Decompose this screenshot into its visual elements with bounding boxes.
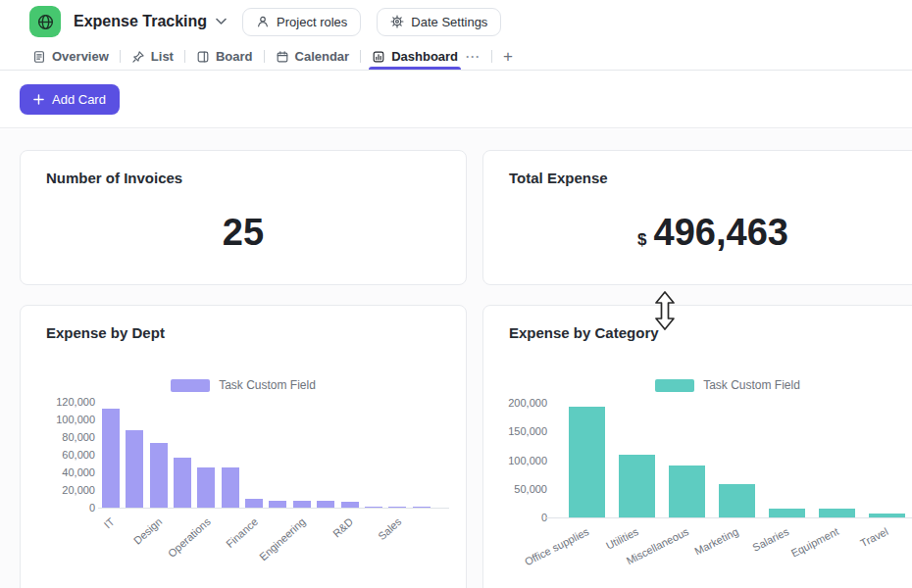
tab-overview[interactable]: Overview bbox=[32, 43, 109, 70]
x-axis-label: Salaries bbox=[750, 525, 790, 554]
x-axis-line bbox=[546, 517, 912, 518]
app-window: Expense Tracking Project roles bbox=[0, 0, 912, 588]
dashboard-icon bbox=[372, 50, 385, 64]
x-axis-label: Finance bbox=[224, 515, 260, 550]
chart-bar[interactable] bbox=[769, 509, 805, 517]
chart-legend: Task Custom Field bbox=[21, 378, 466, 392]
chart-bar[interactable] bbox=[819, 509, 855, 517]
tab-board[interactable]: Board bbox=[196, 43, 253, 70]
legend-label: Task Custom Field bbox=[219, 378, 316, 392]
x-axis-label: R&D bbox=[330, 515, 355, 539]
page-title: Expense Tracking bbox=[74, 13, 207, 30]
y-axis-tick: 150,000 bbox=[486, 425, 547, 437]
chart-bar[interactable] bbox=[341, 502, 359, 508]
board-icon bbox=[196, 50, 210, 64]
y-axis-tick: 20,000 bbox=[34, 484, 95, 496]
card-total-expense: Total Expense $ 496,463 bbox=[482, 150, 912, 285]
add-card-label: Add Card bbox=[52, 92, 106, 107]
chart-bar[interactable] bbox=[150, 443, 168, 508]
chart-bar[interactable] bbox=[293, 501, 311, 508]
person-icon bbox=[256, 15, 270, 28]
total-expense-value: 496,463 bbox=[654, 212, 788, 254]
tab-separator bbox=[120, 50, 121, 63]
globe-icon bbox=[36, 13, 55, 31]
tab-calendar-label: Calendar bbox=[295, 49, 350, 64]
x-axis-label: Engineering bbox=[257, 515, 308, 563]
chart-bar[interactable] bbox=[388, 507, 406, 508]
x-axis-label: Operations bbox=[165, 515, 212, 560]
x-axis-label: IT bbox=[102, 515, 117, 530]
expense-by-dept-chart: Task Custom Field 020,00040,00060,00080,… bbox=[21, 306, 466, 588]
card-expense-by-category: Expense by Category Task Custom Field 05… bbox=[482, 305, 912, 588]
pin-icon bbox=[131, 50, 145, 64]
y-axis-tick: 200,000 bbox=[486, 397, 547, 409]
tab-overview-label: Overview bbox=[52, 49, 109, 64]
chart-bar[interactable] bbox=[317, 501, 334, 508]
chart-bar[interactable] bbox=[102, 409, 120, 508]
chart-bar[interactable] bbox=[669, 466, 705, 517]
chart-legend: Task Custom Field bbox=[498, 378, 912, 392]
add-card-button[interactable]: Add Card bbox=[20, 84, 120, 115]
legend-swatch bbox=[655, 379, 694, 392]
chart-bar[interactable] bbox=[413, 507, 431, 508]
legend-item[interactable]: Task Custom Field bbox=[655, 378, 800, 392]
legend-swatch bbox=[171, 379, 210, 392]
card-expense-by-dept: Expense by Dept Task Custom Field 020,00… bbox=[20, 305, 467, 588]
legend-item[interactable]: Task Custom Field bbox=[171, 378, 316, 392]
card-number-of-invoices: Number of Invoices 25 bbox=[20, 150, 467, 285]
chart-bar[interactable] bbox=[197, 467, 215, 508]
y-axis-tick: 80,000 bbox=[34, 431, 95, 443]
tab-separator bbox=[184, 50, 185, 63]
project-roles-button[interactable]: Project roles bbox=[242, 8, 361, 36]
chart-bar[interactable] bbox=[222, 467, 239, 508]
expense-by-category-chart: Task Custom Field 050,000100,000150,0002… bbox=[483, 306, 912, 588]
tab-calendar[interactable]: Calendar bbox=[276, 43, 350, 70]
header: Expense Tracking Project roles bbox=[0, 0, 912, 43]
chart-bar[interactable] bbox=[245, 499, 263, 508]
tab-separator bbox=[360, 50, 361, 63]
y-axis-tick: 100,000 bbox=[34, 414, 95, 425]
card-title: Number of Invoices bbox=[46, 170, 182, 186]
chart-bar[interactable] bbox=[269, 501, 286, 508]
chart-bar[interactable] bbox=[869, 514, 905, 517]
date-settings-button[interactable]: Date Settings bbox=[377, 8, 501, 36]
tab-overflow-button[interactable]: ··· bbox=[466, 50, 481, 64]
card-title: Total Expense bbox=[509, 170, 608, 186]
tab-dashboard[interactable]: Dashboard bbox=[372, 43, 458, 70]
chart-bar[interactable] bbox=[619, 455, 655, 517]
dashboard-content: Number of Invoices 25 Total Expense $ 49… bbox=[0, 129, 912, 588]
y-axis-tick: 0 bbox=[486, 512, 547, 523]
currency-symbol: $ bbox=[637, 230, 646, 250]
x-axis-label: Utilities bbox=[604, 525, 640, 552]
chart-bar[interactable] bbox=[174, 458, 191, 508]
stat-value-wrap: $ 496,463 bbox=[483, 188, 912, 276]
dashboard-toolbar: Add Card bbox=[0, 71, 912, 128]
y-axis-tick: 50,000 bbox=[486, 483, 547, 495]
gear-icon bbox=[390, 15, 404, 28]
calendar-icon bbox=[276, 50, 289, 64]
date-settings-label: Date Settings bbox=[411, 15, 487, 29]
legend-label: Task Custom Field bbox=[703, 378, 800, 392]
chart-bar[interactable] bbox=[126, 430, 143, 508]
add-view-button[interactable]: + bbox=[503, 48, 513, 65]
y-axis-tick: 60,000 bbox=[34, 449, 95, 461]
x-axis-label: Sales bbox=[376, 515, 403, 542]
tab-dashboard-label: Dashboard bbox=[391, 49, 458, 64]
workspace-avatar[interactable] bbox=[29, 6, 61, 37]
x-axis-label: Equipment bbox=[789, 525, 840, 560]
stat-value-wrap: 25 bbox=[21, 188, 466, 276]
chart-bar[interactable] bbox=[569, 407, 605, 517]
y-axis-tick: 100,000 bbox=[486, 455, 547, 466]
chevron-down-icon[interactable] bbox=[216, 18, 227, 25]
y-axis-tick: 0 bbox=[34, 502, 95, 514]
tab-separator bbox=[491, 50, 492, 63]
project-roles-label: Project roles bbox=[277, 15, 347, 29]
view-tabs: Overview List Board Calendar bbox=[0, 43, 912, 71]
tab-list[interactable]: List bbox=[131, 43, 174, 70]
chart-bar[interactable] bbox=[719, 484, 755, 517]
overview-icon bbox=[32, 50, 46, 64]
x-axis-line bbox=[98, 508, 449, 509]
x-axis-label: Travel bbox=[859, 525, 890, 549]
chart-bar[interactable] bbox=[365, 507, 382, 508]
tab-board-label: Board bbox=[216, 49, 253, 64]
